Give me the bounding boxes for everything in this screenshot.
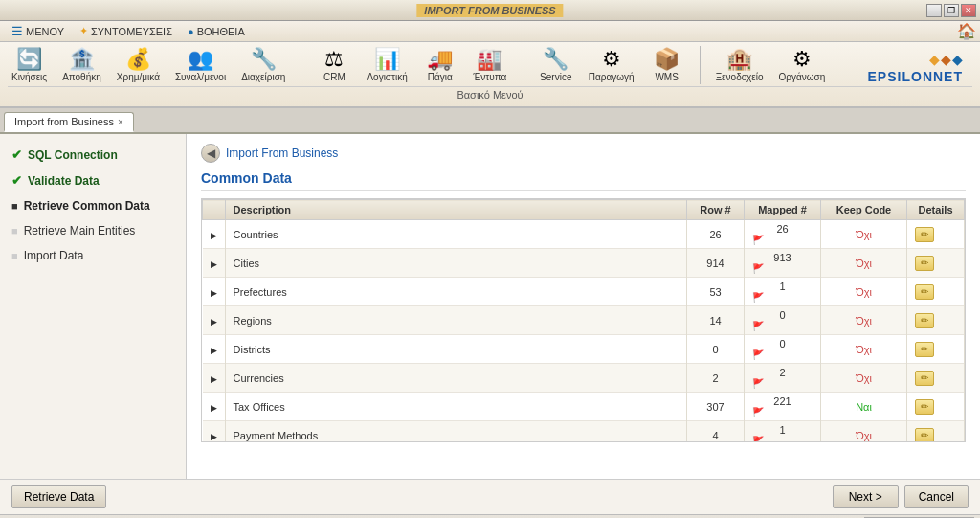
left-item-validate[interactable]: ✔ Validate Data xyxy=(0,168,186,193)
expand-cell: ▶ xyxy=(203,393,226,421)
keep-code-cell: Όχι xyxy=(821,220,907,249)
desc-cell: Prefectures xyxy=(225,278,687,306)
table-row[interactable]: ▶ Prefectures 53 1 🚩 Όχι ✏ xyxy=(203,278,965,306)
menu-label-help: ΒΟΗΘΕΙΑ xyxy=(197,26,245,37)
col-mapped: Mapped # xyxy=(745,200,821,220)
expand-cell: ▶ xyxy=(203,278,226,306)
details-cell: ✏ xyxy=(907,278,965,306)
toolbar-organosi[interactable]: ⚙ Οργάνωση xyxy=(775,47,830,84)
left-label-validate: Validate Data xyxy=(28,174,100,188)
status-icons: 🚩 xyxy=(752,263,813,274)
crm-icon: ⚖ xyxy=(324,49,344,70)
keep-code-cell: Όχι xyxy=(821,249,907,278)
col-row: Row # xyxy=(687,200,745,220)
home-icon-area[interactable]: 🏠 xyxy=(957,22,976,40)
separator3 xyxy=(700,46,701,84)
toolbar-crm[interactable]: ⚖ CRM xyxy=(313,47,355,84)
left-label-sql: SQL Connection xyxy=(28,148,118,162)
menu-item-menu[interactable]: ☰ ΜΕΝΟΥ xyxy=(4,22,72,40)
table-row[interactable]: ▶ Districts 0 0 🚩 Όχι ✏ xyxy=(203,335,965,364)
main-content: ✔ SQL Connection ✔ Validate Data ■ Retri… xyxy=(0,134,980,479)
mapped-value: 26 xyxy=(776,223,788,235)
toolbar-service[interactable]: 🔧 Service xyxy=(535,47,577,84)
pagia-label: Πάγια xyxy=(428,72,453,82)
row-num-cell: 53 xyxy=(687,278,745,306)
table-row[interactable]: ▶ Payment Methods 4 1 🚩 Όχι ✏ xyxy=(203,421,965,443)
left-item-import[interactable]: ■ Import Data xyxy=(0,243,186,268)
paragogi-icon: ⚙ xyxy=(602,49,621,70)
keep-code-cell: Όχι xyxy=(821,364,907,393)
table-row[interactable]: ▶ Countries 26 26 🚩 Όχι ✏ xyxy=(203,220,965,249)
logistiki-icon: 📊 xyxy=(374,49,400,70)
data-table-wrapper[interactable]: Description Row # Mapped # Keep Code Det… xyxy=(201,198,966,442)
next-button[interactable]: Next > xyxy=(833,485,899,508)
details-button[interactable]: ✏ xyxy=(915,256,934,271)
button-group: Next > Cancel xyxy=(833,485,969,508)
status-icons: 🚩 xyxy=(752,235,813,245)
apothiki-icon: 🏦 xyxy=(69,49,95,70)
organosi-icon: ⚙ xyxy=(792,49,812,70)
toolbar-paragogi[interactable]: ⚙ Παραγωγή xyxy=(585,47,638,84)
table-row[interactable]: ▶ Cities 914 913 🚩 Όχι ✏ xyxy=(203,249,965,278)
xenodoxeio-icon: 🏨 xyxy=(726,49,752,70)
mapped-value: 0 xyxy=(779,309,785,321)
details-button[interactable]: ✏ xyxy=(915,428,934,443)
left-item-retrieve-main[interactable]: ■ Retrieve Main Entities xyxy=(0,218,186,243)
keep-code-cell: Όχι xyxy=(821,306,907,335)
desc-cell: Districts xyxy=(225,335,687,364)
row-arrow: ▶ xyxy=(211,346,217,355)
toolbar-pagia[interactable]: 🚚 Πάγια xyxy=(419,47,461,84)
close-button[interactable]: ✕ xyxy=(961,4,976,17)
restore-button[interactable]: ❐ xyxy=(944,4,959,17)
details-button[interactable]: ✏ xyxy=(915,399,934,415)
expand-cell: ▶ xyxy=(203,220,226,249)
left-item-retrieve-common[interactable]: ■ Retrieve Common Data xyxy=(0,193,186,218)
toolbar-diaxeirisi[interactable]: 🔧 Διαχείριση xyxy=(237,47,289,84)
menu-item-shortcuts[interactable]: ✦ ΣΥΝΤΟΜΕΥΣΕΙΣ xyxy=(72,23,180,39)
details-button[interactable]: ✏ xyxy=(915,342,934,357)
row-num-cell: 14 xyxy=(687,306,745,335)
apothiki-label: Αποθήκη xyxy=(62,72,101,82)
cancel-button[interactable]: Cancel xyxy=(904,485,969,508)
bottom-toolbar: Retrieve Data Next > Cancel xyxy=(0,479,980,514)
minimize-button[interactable]: – xyxy=(926,4,942,17)
retrieve-button[interactable]: Retrieve Data xyxy=(11,485,106,508)
toolbar-xrimika[interactable]: 💰 Χρημ/μικά xyxy=(113,47,164,84)
left-item-sql[interactable]: ✔ SQL Connection xyxy=(0,142,186,168)
details-cell: ✏ xyxy=(907,249,965,278)
table-row[interactable]: ▶ Regions 14 0 🚩 Όχι ✏ xyxy=(203,306,965,335)
xrimika-label: Χρημ/μικά xyxy=(117,72,160,82)
toolbar-synalmenoi[interactable]: 👥 Συναλ/μενοι xyxy=(171,47,230,84)
table-row[interactable]: ▶ Currencies 2 2 🚩 Όχι ✏ xyxy=(203,364,965,393)
kiniseis-label: Κινήσεις xyxy=(11,72,47,82)
row-arrow: ▶ xyxy=(211,288,217,298)
red-flag-icon: 🚩 xyxy=(752,349,764,360)
toolbar-entypa[interactable]: 🏭 Έντυπα xyxy=(469,47,511,84)
toolbar-logistiki[interactable]: 📊 Λογιστική xyxy=(363,47,411,84)
toolbar-wms[interactable]: 📦 WMS xyxy=(646,47,688,84)
toolbar-apothiki[interactable]: 🏦 Αποθήκη xyxy=(58,47,105,84)
mapped-cell: 0 🚩 xyxy=(745,335,821,364)
table-row[interactable]: ▶ Tax Offices 307 221 🚩 Ναι ✏ xyxy=(203,393,965,421)
toolbar-xenodoxeio[interactable]: 🏨 Ξενοδοχείο xyxy=(712,47,768,84)
left-label-import: Import Data xyxy=(24,249,84,262)
details-button[interactable]: ✏ xyxy=(915,227,934,242)
status-icons: 🚩 xyxy=(752,378,813,389)
menu-label-shortcuts: ΣΥΝΤΟΜΕΥΣΕΙΣ xyxy=(91,26,172,37)
left-label-retrieve-common: Retrieve Common Data xyxy=(24,199,150,213)
details-button[interactable]: ✏ xyxy=(915,284,934,300)
separator2 xyxy=(523,46,523,84)
tab-close-button[interactable]: × xyxy=(118,117,123,127)
nav-back[interactable]: ◀ Import From Business xyxy=(201,144,966,163)
nav-back-label: Import From Business xyxy=(226,146,338,160)
details-button[interactable]: ✏ xyxy=(915,371,934,386)
tab-import-business[interactable]: Import from Business × xyxy=(4,112,134,132)
back-button[interactable]: ◀ xyxy=(201,144,220,163)
toolbar-kiniseis[interactable]: 🔄 Κινήσεις xyxy=(8,47,51,84)
desc-cell: Currencies xyxy=(225,364,687,393)
help-icon: ● xyxy=(188,26,194,37)
menu-item-help[interactable]: ● ΒΟΗΘΕΙΑ xyxy=(180,24,253,39)
details-button[interactable]: ✏ xyxy=(915,313,934,328)
window-controls[interactable]: – ❐ ✕ xyxy=(926,4,976,17)
mapped-cell: 913 🚩 xyxy=(745,249,821,278)
